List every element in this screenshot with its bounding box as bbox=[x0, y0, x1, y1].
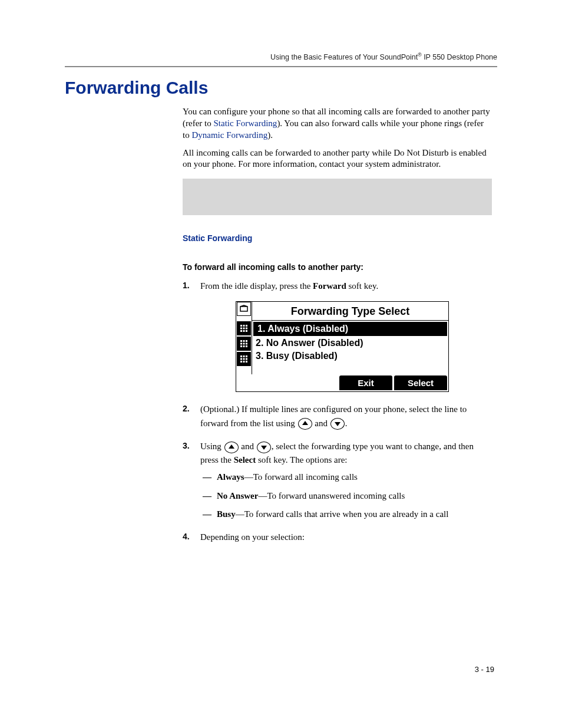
phone-screen-illustration: Forwarding Type Select bbox=[236, 301, 449, 392]
softkey-select: Select bbox=[394, 375, 447, 390]
page-number: 3 - 19 bbox=[475, 665, 494, 674]
step-2: (Optional.) If multiple lines are config… bbox=[183, 403, 492, 430]
option-no-answer: No Answer—To forward unanswered incoming… bbox=[200, 489, 492, 503]
step-4: Depending on your selection: bbox=[183, 531, 492, 544]
screen-title: Forwarding Type Select bbox=[252, 302, 448, 320]
svg-rect-2 bbox=[246, 325, 247, 327]
svg-rect-4 bbox=[243, 328, 245, 330]
nav-up-icon bbox=[224, 442, 239, 453]
svg-rect-5 bbox=[246, 328, 247, 330]
nav-up-icon bbox=[298, 418, 312, 430]
svg-rect-19 bbox=[243, 355, 245, 357]
intro-paragraph-1: You can configure your phone so that all… bbox=[183, 106, 492, 141]
grid-icon bbox=[237, 337, 251, 351]
nav-down-icon bbox=[330, 418, 345, 430]
note-box-placeholder bbox=[183, 179, 492, 215]
svg-rect-0 bbox=[240, 325, 242, 327]
link-static-forwarding[interactable]: Static Forwarding bbox=[213, 118, 277, 128]
menu-item-no-answer: 2. No Answer (Disabled) bbox=[252, 337, 448, 350]
svg-rect-23 bbox=[246, 358, 247, 360]
svg-rect-3 bbox=[240, 328, 242, 330]
svg-rect-9 bbox=[240, 340, 242, 342]
softkey-exit: Exit bbox=[339, 375, 392, 390]
svg-rect-12 bbox=[240, 343, 242, 345]
svg-rect-7 bbox=[243, 330, 245, 332]
procedure-heading: To forward all incoming calls to another… bbox=[183, 262, 492, 272]
line-icon bbox=[237, 302, 251, 316]
link-dynamic-forwarding[interactable]: Dynamic Forwarding bbox=[191, 130, 267, 140]
section-heading-static-forwarding: Static Forwarding bbox=[183, 233, 492, 243]
menu-item-always: 1. Always (Disabled) bbox=[253, 322, 447, 336]
svg-rect-14 bbox=[246, 343, 247, 345]
svg-rect-13 bbox=[243, 343, 245, 345]
svg-rect-17 bbox=[246, 345, 247, 347]
menu-item-busy: 3. Busy (Disabled) bbox=[252, 350, 448, 363]
option-busy: Busy—To forward calls that arrive when y… bbox=[200, 508, 492, 521]
svg-rect-15 bbox=[240, 345, 242, 347]
svg-rect-26 bbox=[246, 361, 247, 363]
step-1: From the idle display, press the Forward… bbox=[183, 279, 492, 392]
svg-rect-16 bbox=[243, 345, 245, 347]
svg-rect-1 bbox=[243, 325, 245, 327]
grid-icon bbox=[237, 321, 251, 335]
header-rule bbox=[65, 66, 497, 67]
svg-rect-10 bbox=[243, 340, 245, 342]
svg-rect-11 bbox=[246, 340, 247, 342]
svg-rect-25 bbox=[243, 361, 245, 363]
running-header: Using the Basic Features of Your SoundPo… bbox=[65, 52, 497, 61]
grid-icon bbox=[237, 352, 251, 366]
svg-rect-21 bbox=[240, 358, 242, 360]
svg-rect-8 bbox=[246, 330, 247, 332]
svg-rect-20 bbox=[246, 355, 247, 357]
svg-rect-18 bbox=[240, 355, 242, 357]
nav-down-icon bbox=[257, 442, 271, 453]
svg-rect-24 bbox=[240, 361, 242, 363]
intro-paragraph-2: All incoming calls can be forwarded to a… bbox=[183, 147, 492, 171]
step-3: Using and , select the forwarding type y… bbox=[183, 440, 492, 521]
svg-rect-6 bbox=[240, 330, 242, 332]
option-always: Always—To forward all incoming calls bbox=[200, 470, 492, 484]
svg-rect-22 bbox=[243, 358, 245, 360]
page-title: Forwarding Calls bbox=[65, 78, 497, 98]
